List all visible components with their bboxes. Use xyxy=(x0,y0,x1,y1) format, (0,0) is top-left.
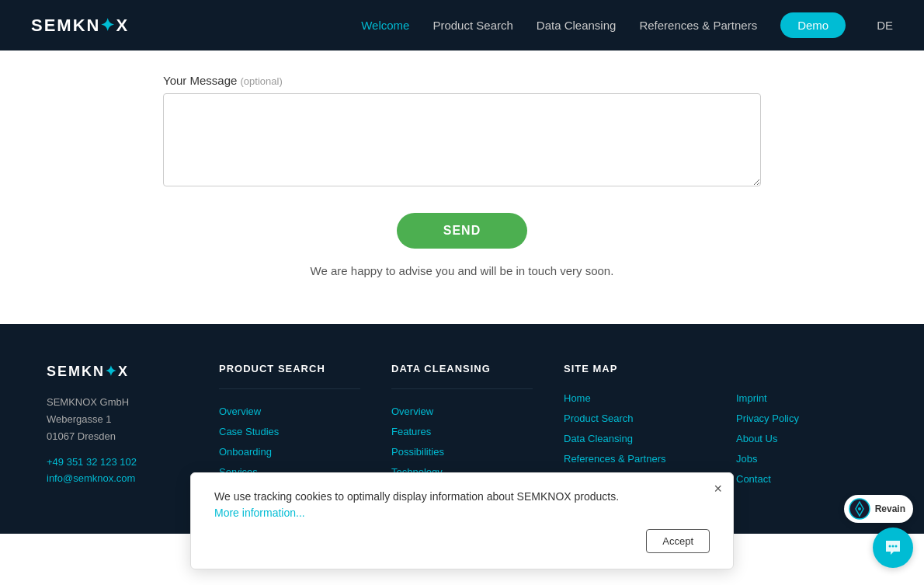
nav-link-welcome[interactable]: Welcome xyxy=(361,19,409,32)
demo-button[interactable]: Demo xyxy=(780,12,846,38)
footer-phone[interactable]: +49 351 32 123 102 xyxy=(47,456,188,468)
nav-logo-icon: ✦ xyxy=(100,16,116,35)
footer-extra-title xyxy=(736,363,877,374)
cookie-text: We use tracking cookies to optimally dis… xyxy=(214,489,710,521)
cookie-more-info-link[interactable]: More information... xyxy=(214,507,305,519)
footer-link-jobs[interactable]: Jobs xyxy=(736,449,877,469)
cookie-close-button[interactable]: × xyxy=(714,481,722,497)
footer-link-product-search-sm[interactable]: Product Search xyxy=(564,409,705,429)
footer-link-case-studies[interactable]: Case Studies xyxy=(219,422,360,442)
footer-link-possibilities[interactable]: Possibilities xyxy=(391,442,533,462)
footer-email[interactable]: info@semknox.com xyxy=(47,472,135,484)
optional-label: (optional) xyxy=(241,75,283,87)
cookie-banner: × We use tracking cookies to optimally d… xyxy=(190,472,734,534)
revain-logo-icon xyxy=(849,498,870,520)
cookie-footer: Accept xyxy=(214,529,710,534)
footer-link-features[interactable]: Features xyxy=(391,422,533,442)
footer-link-overview-ps[interactable]: Overview xyxy=(219,402,360,422)
cookie-accept-button[interactable]: Accept xyxy=(646,529,710,534)
revain-badge[interactable]: Revain xyxy=(844,495,913,523)
nav-logo[interactable]: SEMKN✦X xyxy=(31,16,129,36)
footer-link-data-cleansing-sm[interactable]: Data Cleansing xyxy=(564,429,705,449)
nav-link-references[interactable]: References & Partners xyxy=(639,19,757,32)
footer-data-cleansing-title: DATA CLEANSING xyxy=(391,363,533,374)
send-button-wrapper: SEND xyxy=(163,213,761,249)
footer-address: SEMKNOX GmbH Webergasse 1 01067 Dresden xyxy=(47,394,188,445)
footer-brand-col: SEMKN✦X SEMKNOX GmbH Webergasse 1 01067 … xyxy=(47,363,188,503)
footer-extra-col: Imprint Privacy Policy About Us Jobs Con… xyxy=(736,363,877,503)
message-textarea[interactable] xyxy=(163,93,761,186)
nav-links: Welcome Product Search Data Cleansing Re… xyxy=(361,12,893,38)
footer-link-overview-dc[interactable]: Overview xyxy=(391,402,533,422)
nav-link-data-cleansing[interactable]: Data Cleansing xyxy=(537,19,617,32)
nav-link-product-search[interactable]: Product Search xyxy=(432,19,512,32)
footer-link-contact[interactable]: Contact xyxy=(736,469,877,489)
footer-link-onboarding[interactable]: Onboarding xyxy=(219,442,360,462)
send-button[interactable]: SEND xyxy=(397,213,527,249)
footer-logo: SEMKN✦X xyxy=(47,363,188,380)
footer-link-home[interactable]: Home xyxy=(564,388,705,409)
footer-product-search-title: PRODUCT SEARCH xyxy=(219,363,360,374)
confirmation-message: We are happy to advise you and will be i… xyxy=(163,264,761,277)
footer-link-imprint[interactable]: Imprint xyxy=(736,388,877,409)
contact-form-section: Your Message (optional) SEND We are happ… xyxy=(132,50,792,324)
navbar: SEMKN✦X Welcome Product Search Data Clea… xyxy=(0,0,924,50)
footer-link-privacy[interactable]: Privacy Policy xyxy=(736,409,877,429)
footer-link-about-us[interactable]: About Us xyxy=(736,429,877,449)
revain-label: Revain xyxy=(875,503,905,514)
language-selector[interactable]: DE xyxy=(877,19,893,32)
footer-link-references-sm[interactable]: References & Partners xyxy=(564,449,705,469)
footer-sitemap-title: SITE MAP xyxy=(564,363,705,374)
svg-point-2 xyxy=(858,507,861,510)
message-label: Your Message (optional) xyxy=(163,74,761,87)
